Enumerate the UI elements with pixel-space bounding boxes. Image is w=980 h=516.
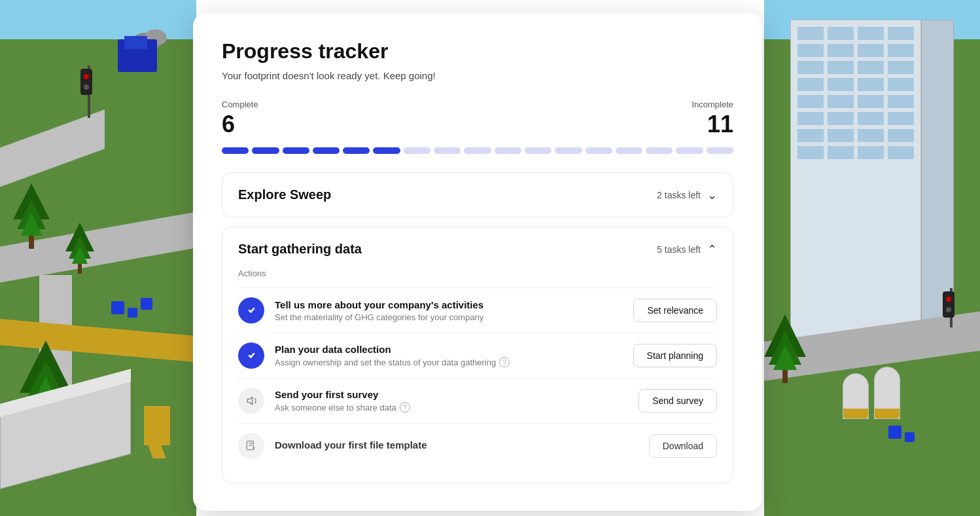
chevron-up-icon: ⌃ <box>707 242 717 257</box>
task-name-data-collection: Plan your data collection <box>275 344 623 355</box>
help-icon-survey: ? <box>400 402 410 413</box>
task-name-file-template: Download your first file template <box>275 439 639 451</box>
task-content-file-template: Download your first file template <box>275 439 639 452</box>
progress-segment-3 <box>313 147 340 154</box>
progress-segment-8 <box>464 147 491 154</box>
progress-segment-13 <box>616 147 642 154</box>
start-planning-button[interactable]: Start planning <box>633 344 717 367</box>
progress-segment-4 <box>343 147 370 154</box>
modal-title: Progress tracker <box>222 39 733 64</box>
complete-stat: Complete 6 <box>222 100 258 138</box>
explore-sweep-tasks-left: 2 tasks left <box>657 190 701 200</box>
progress-segment-12 <box>586 147 612 154</box>
progress-segment-1 <box>252 147 279 154</box>
progress-stats: Complete 6 Incomplete 11 <box>222 100 733 138</box>
section-explore-sweep-title: Explore Sweep <box>238 187 331 202</box>
task-row-data-collection: Plan your data collection Assign ownersh… <box>238 333 717 378</box>
progress-segment-16 <box>707 147 733 154</box>
chevron-down-icon: ⌄ <box>707 188 717 202</box>
task-content-activities: Tell us more about your company's activi… <box>275 299 623 322</box>
task-row-survey: Send your first survey Ask someone else … <box>238 378 717 423</box>
gathering-data-tasks-left: 5 tasks left <box>657 244 701 255</box>
progress-segment-15 <box>676 147 703 154</box>
help-icon-data-collection: ? <box>499 357 510 367</box>
progress-segment-9 <box>495 147 521 154</box>
progress-segment-6 <box>404 147 430 154</box>
actions-label: Actions <box>238 268 717 278</box>
task-name-survey: Send your first survey <box>275 389 628 400</box>
incomplete-label: Incomplete <box>691 100 733 109</box>
task-row-activities: Tell us more about your company's activi… <box>238 287 717 333</box>
section-gathering-data-header[interactable]: Start gathering data 5 tasks left ⌃ <box>238 242 717 257</box>
task-desc-activities: Set the materiality of GHG categories fo… <box>275 312 623 322</box>
incomplete-stat: Incomplete 11 <box>691 100 733 138</box>
complete-label: Complete <box>222 100 258 109</box>
task-pending-icon-file-template <box>238 433 264 459</box>
progress-segment-14 <box>646 147 673 154</box>
task-completed-icon-activities <box>238 297 264 323</box>
progress-tracker-modal: Progress tracker Your footprint doesn't … <box>193 13 762 511</box>
task-row-file-template: Download your first file template Downlo… <box>238 423 717 468</box>
task-desc-data-collection: Assign ownership and set the status of y… <box>275 357 623 367</box>
section-gathering-data-title: Start gathering data <box>238 242 362 257</box>
task-name-activities: Tell us more about your company's activi… <box>275 299 623 310</box>
section-explore-sweep-header[interactable]: Explore Sweep 2 tasks left ⌄ <box>238 187 717 202</box>
progress-bar <box>222 147 733 154</box>
modal-subtitle: Your footprint doesn't look ready yet. K… <box>222 70 733 81</box>
complete-value: 6 <box>222 111 258 138</box>
task-desc-survey: Ask someone else to share data ? <box>275 402 628 413</box>
background-right <box>764 0 980 516</box>
background-left <box>0 0 196 516</box>
task-completed-icon-data-collection <box>238 342 264 369</box>
section-gathering-data: Start gathering data 5 tasks left ⌃ Acti… <box>222 227 733 483</box>
task-pending-icon-survey <box>238 388 264 414</box>
section-gathering-data-meta: 5 tasks left ⌃ <box>657 242 717 257</box>
progress-segment-5 <box>373 147 400 154</box>
incomplete-value: 11 <box>691 111 733 138</box>
progress-segment-10 <box>525 147 551 154</box>
progress-segment-11 <box>555 147 582 154</box>
section-explore-sweep: Explore Sweep 2 tasks left ⌄ <box>222 172 733 217</box>
send-survey-button[interactable]: Send survey <box>639 389 717 413</box>
task-content-data-collection: Plan your data collection Assign ownersh… <box>275 344 623 367</box>
task-content-survey: Send your first survey Ask someone else … <box>275 389 628 413</box>
progress-segment-0 <box>222 147 249 154</box>
set-relevance-button[interactable]: Set relevance <box>633 299 717 322</box>
progress-segment-7 <box>434 147 461 154</box>
progress-segment-2 <box>283 147 309 154</box>
download-button[interactable]: Download <box>649 434 717 458</box>
section-explore-sweep-meta: 2 tasks left ⌄ <box>657 188 717 202</box>
